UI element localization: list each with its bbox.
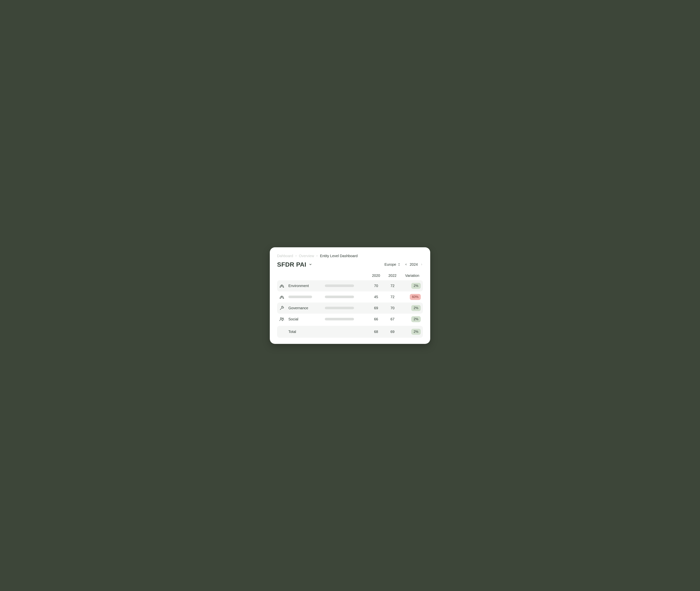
table-row[interactable]: 45 72 60%: [277, 291, 423, 303]
year-prev-button[interactable]: [405, 263, 407, 266]
dashboard-card: Dahboard Overview Entity Level Dashboard…: [270, 247, 430, 344]
variation-badge: 60%: [410, 294, 421, 300]
cell-2020: 66: [368, 317, 384, 321]
variation-badge: 2%: [411, 305, 421, 311]
column-header-2022: 2022: [384, 273, 401, 278]
variation-badge: 2%: [411, 283, 421, 289]
table-row[interactable]: Environment 70 72 2%: [277, 280, 423, 291]
cell-2020: 69: [368, 306, 384, 310]
metrics-table: 2020 2022 Variation Environment 70 72 2%: [277, 273, 423, 338]
metric-placeholder: [325, 284, 354, 287]
metric-placeholder: [325, 307, 354, 309]
chevron-right-icon: [316, 255, 318, 257]
table-row[interactable]: Social 66 67 2%: [277, 314, 423, 325]
variation-badge: 2%: [411, 329, 421, 335]
row-label: Governance: [289, 306, 325, 310]
total-2022: 69: [384, 330, 401, 334]
cell-2022: 72: [384, 284, 401, 288]
metric-placeholder: [325, 318, 354, 320]
metric-placeholder: [325, 296, 354, 298]
breadcrumb-item-dashboard[interactable]: Dahboard: [277, 254, 293, 258]
cell-2020: 45: [368, 295, 384, 299]
chevron-down-icon: [309, 263, 312, 266]
cell-2020: 70: [368, 284, 384, 288]
leaf-icon: [279, 283, 289, 288]
gavel-icon: [279, 306, 289, 311]
breadcrumb-item-current: Entity Level Dashboard: [320, 254, 358, 258]
table-header: 2020 2022 Variation: [277, 273, 423, 280]
total-2020: 68: [368, 330, 384, 334]
year-next-button[interactable]: [420, 263, 423, 266]
year-select: 2024: [405, 262, 423, 267]
table-total-row: Total 68 69 2%: [277, 326, 423, 338]
page-title: SFDR PAI: [277, 261, 306, 268]
cell-2022: 67: [384, 317, 401, 321]
label-placeholder: [289, 296, 312, 298]
breadcrumb-item-overview[interactable]: Overview: [299, 254, 314, 258]
year-value: 2024: [410, 262, 418, 267]
row-label: Environment: [289, 284, 325, 288]
row-label: Social: [289, 317, 325, 321]
region-label: Europe: [384, 262, 396, 267]
column-header-variation: Variation: [401, 273, 421, 278]
region-select[interactable]: Europe: [384, 262, 400, 267]
svg-point-1: [282, 318, 283, 319]
variation-badge: 2%: [411, 316, 421, 322]
cell-2022: 72: [384, 295, 401, 299]
table-row[interactable]: Governance 69 70 2%: [277, 303, 423, 314]
total-label: Total: [289, 330, 325, 334]
chevron-right-icon: [295, 255, 297, 257]
leaf-icon: [279, 294, 289, 300]
svg-point-0: [280, 318, 281, 319]
people-icon: [279, 317, 289, 322]
page-title-select[interactable]: SFDR PAI: [277, 261, 312, 268]
cell-2022: 70: [384, 306, 401, 310]
sort-icon: [398, 263, 400, 266]
breadcrumb: Dahboard Overview Entity Level Dashboard: [277, 254, 423, 258]
column-header-2020: 2020: [368, 273, 384, 278]
